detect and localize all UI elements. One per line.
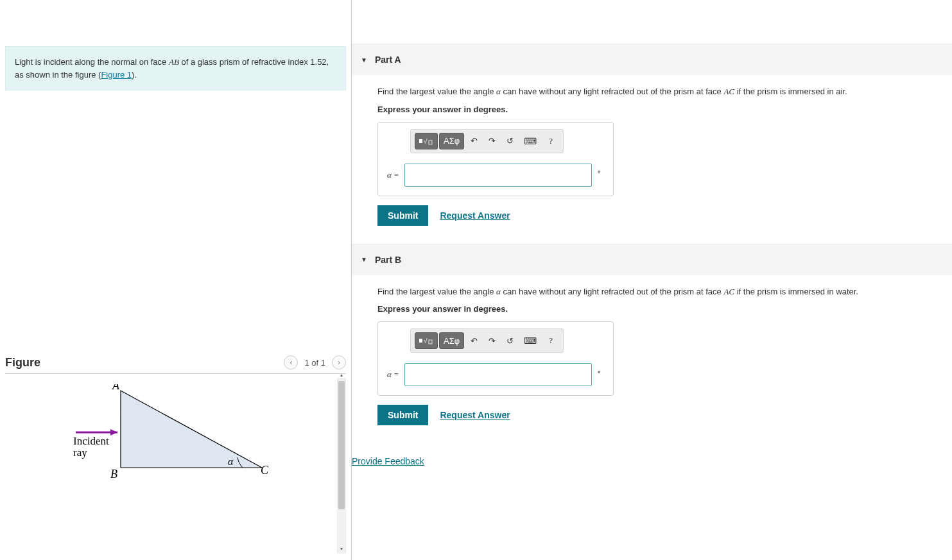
collapse-icon: ▼ xyxy=(361,56,367,64)
part-a-instruction: Express your answer in degrees. xyxy=(377,105,952,114)
svg-rect-3 xyxy=(419,139,422,143)
figure-link[interactable]: Figure 1 xyxy=(101,70,132,80)
redo-button[interactable]: ↷ xyxy=(483,133,500,149)
part-b-title: Part B xyxy=(375,255,401,265)
greek-button[interactable]: ΑΣφ xyxy=(439,133,464,149)
unit-degree-a: ∘ xyxy=(597,167,601,174)
svg-rect-6 xyxy=(419,339,422,343)
intro-text-1: Light is incident along the normal on fa… xyxy=(15,57,169,67)
svg-text:√: √ xyxy=(424,337,428,344)
label-alpha: α xyxy=(228,456,234,467)
figure-title: Figure xyxy=(5,356,40,369)
templates-button[interactable]: √ xyxy=(415,332,438,349)
reset-button[interactable]: ↺ xyxy=(501,133,518,149)
keyboard-button[interactable]: ⌨ xyxy=(519,133,541,149)
redo-button[interactable]: ↷ xyxy=(483,332,500,349)
label-ray: ray xyxy=(73,446,87,459)
reset-button[interactable]: ↺ xyxy=(501,332,518,349)
svg-rect-5 xyxy=(429,140,432,144)
figure-prev-button[interactable]: ‹ xyxy=(284,355,298,369)
part-b-answer-input[interactable] xyxy=(404,363,592,386)
templates-button[interactable]: √ xyxy=(415,133,438,149)
alpha-equals-a: α = xyxy=(385,170,399,180)
label-b: B xyxy=(110,468,117,480)
undo-button[interactable]: ↶ xyxy=(465,332,482,349)
part-a-answer-input[interactable] xyxy=(404,164,592,187)
svg-text:√: √ xyxy=(424,138,428,145)
unit-degree-b: ∘ xyxy=(597,368,601,375)
part-a-answer-box: √ ΑΣφ ↶ ↷ ↺ ⌨ ? α = ∘ xyxy=(377,122,614,196)
part-a-title: Part A xyxy=(375,55,401,65)
undo-button[interactable]: ↶ xyxy=(465,133,482,149)
figure-next-button[interactable]: › xyxy=(332,355,346,369)
keyboard-button[interactable]: ⌨ xyxy=(519,332,541,349)
part-b-submit-button[interactable]: Submit xyxy=(377,405,428,425)
problem-intro: Light is incident along the normal on fa… xyxy=(5,46,346,90)
provide-feedback-link[interactable]: Provide Feedback xyxy=(352,456,424,466)
part-b-instruction: Express your answer in degrees. xyxy=(377,304,952,314)
intro-text-3: ). xyxy=(132,70,137,80)
part-a-question: Find the largest value the angle α can h… xyxy=(377,85,952,98)
collapse-icon: ▼ xyxy=(361,256,367,263)
label-c: C xyxy=(261,464,269,477)
part-b-toolbar: √ ΑΣφ ↶ ↷ ↺ ⌨ ? xyxy=(410,328,564,353)
svg-rect-8 xyxy=(429,340,432,344)
part-a-header[interactable]: ▼ Part A xyxy=(352,44,952,75)
part-b-request-answer-link[interactable]: Request Answer xyxy=(440,410,510,420)
figure-scrollbar[interactable]: ▴ ▾ xyxy=(337,378,346,554)
figure-page-indicator: 1 of 1 xyxy=(304,358,325,368)
part-b-header[interactable]: ▼ Part B xyxy=(352,244,952,275)
greek-button[interactable]: ΑΣφ xyxy=(439,332,464,349)
part-a-submit-button[interactable]: Submit xyxy=(377,205,428,226)
help-button[interactable]: ? xyxy=(542,332,559,349)
part-b-question: Find the largest value the angle α can h… xyxy=(377,285,952,298)
part-a-request-answer-link[interactable]: Request Answer xyxy=(440,210,510,221)
svg-marker-2 xyxy=(110,429,117,436)
part-b-answer-box: √ ΑΣφ ↶ ↷ ↺ ⌨ ? α = ∘ xyxy=(377,321,614,396)
prism-diagram: A B C α Incident ray xyxy=(69,384,281,487)
label-incident: Incident xyxy=(73,435,109,447)
help-button[interactable]: ? xyxy=(542,133,559,149)
svg-marker-0 xyxy=(121,391,262,468)
alpha-equals-b: α = xyxy=(385,369,399,380)
part-a-toolbar: √ ΑΣφ ↶ ↷ ↺ ⌨ ? xyxy=(410,129,564,153)
figure-canvas: A B C α Incident ray ▴ ▾ xyxy=(5,374,346,554)
label-a: A xyxy=(112,384,120,392)
face-ab: AB xyxy=(169,57,179,67)
